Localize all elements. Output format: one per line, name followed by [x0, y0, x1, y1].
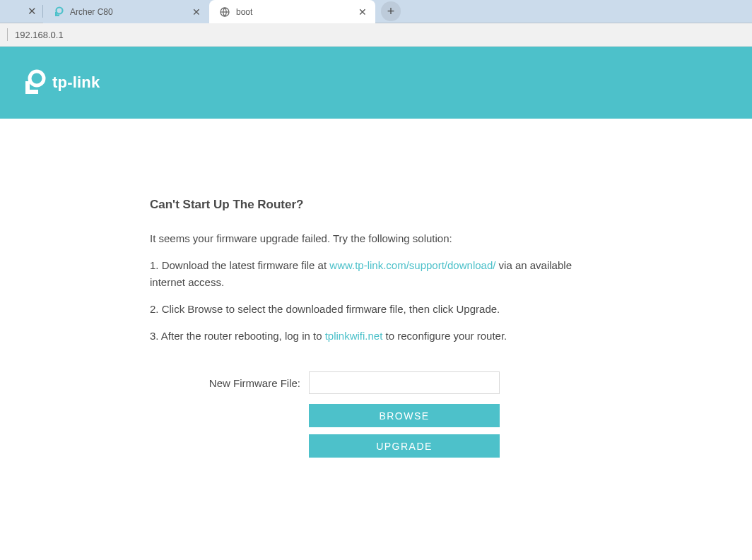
page-title: Can't Start Up The Router? [150, 198, 602, 212]
step-3-text-a: 3. After the router rebooting, log in to [150, 330, 325, 342]
main-content: Can't Start Up The Router? It seems your… [0, 119, 752, 465]
tplink-favicon-icon [53, 6, 64, 18]
step-3: 3. After the router rebooting, log in to… [150, 328, 602, 345]
new-tab-button[interactable]: + [381, 1, 401, 21]
upgrade-row: UPGRADE [150, 434, 602, 458]
previous-tab-close-icon[interactable]: ✕ [21, 0, 42, 23]
globe-favicon-icon [219, 6, 230, 18]
step-1-text-a: 1. Download the latest firmware file at [150, 259, 329, 271]
upgrade-button[interactable]: UPGRADE [309, 434, 500, 458]
svg-rect-7 [25, 90, 38, 94]
plus-icon: + [387, 4, 395, 19]
recovery-panel: Can't Start Up The Router? It seems your… [150, 198, 602, 465]
browser-address-bar[interactable]: 192.168.0.1 [0, 23, 752, 47]
step-1: 1. Download the latest firmware file at … [150, 257, 602, 291]
close-icon[interactable]: ✕ [357, 6, 368, 18]
tplink-logo: tp-link [20, 68, 100, 97]
page-header: tp-link [0, 47, 752, 119]
browser-tab-archer[interactable]: Archer C80 ✕ [43, 0, 209, 23]
intro-text: It seems your firmware upgrade failed. T… [150, 230, 602, 247]
svg-point-5 [30, 71, 44, 85]
svg-point-0 [57, 7, 63, 13]
step-2: 2. Click Browse to select the downloaded… [150, 301, 602, 318]
browser-tab-boot[interactable]: boot ✕ [209, 0, 375, 23]
download-link[interactable]: www.tp-link.com/support/download/ [329, 259, 495, 271]
firmware-file-input[interactable] [309, 371, 500, 394]
svg-rect-2 [55, 14, 59, 16]
tplinkwifi-link[interactable]: tplinkwifi.net [325, 330, 383, 342]
spacer [150, 434, 309, 458]
step-3-text-b: to reconfigure your router. [382, 330, 507, 342]
tplink-logo-icon [20, 68, 48, 97]
url-text: 192.168.0.1 [15, 30, 64, 40]
tab-title: Archer C80 [70, 7, 185, 17]
browse-row: BROWSE [150, 404, 602, 427]
tab-title: boot [236, 7, 351, 17]
brand-text: tp-link [52, 73, 100, 92]
address-separator [7, 28, 8, 41]
browser-tab-strip: ✕ Archer C80 ✕ boot ✕ + [0, 0, 752, 23]
firmware-file-row: New Firmware File: [150, 371, 602, 394]
spacer [150, 404, 309, 427]
firmware-file-label: New Firmware File: [150, 377, 309, 389]
browse-button[interactable]: BROWSE [309, 404, 500, 427]
close-icon[interactable]: ✕ [191, 6, 202, 18]
